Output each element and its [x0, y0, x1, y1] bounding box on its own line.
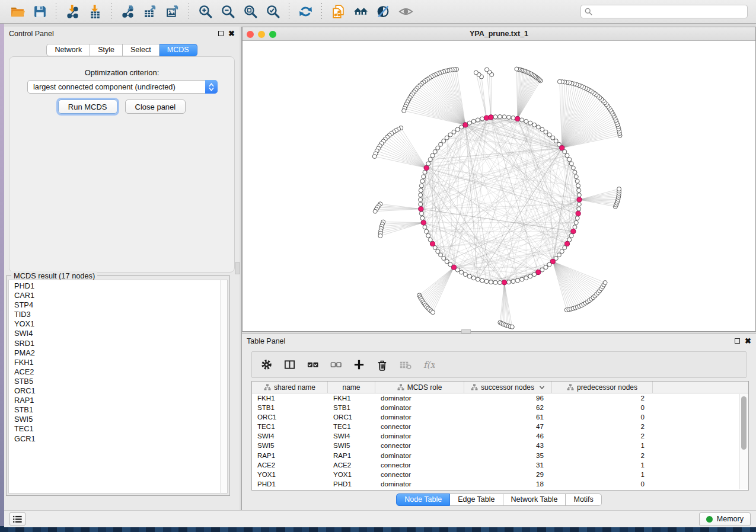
graph-node[interactable]	[498, 115, 502, 119]
graph-node[interactable]	[420, 179, 425, 183]
close-window-icon[interactable]	[247, 31, 254, 38]
mcds-hub-node[interactable]	[484, 116, 489, 120]
graph-node[interactable]	[484, 280, 489, 284]
graph-node[interactable]	[463, 273, 467, 277]
mcds-result-item[interactable]: SRD1	[9, 339, 220, 348]
graph-node[interactable]	[536, 125, 540, 129]
graph-node[interactable]	[430, 153, 435, 158]
add-column-icon[interactable]	[352, 358, 365, 371]
show-details-icon[interactable]	[397, 3, 414, 21]
mcds-result-item[interactable]: RAP1	[9, 396, 220, 405]
graph-node[interactable]	[576, 184, 580, 188]
close-table-panel-icon[interactable]: ✖	[745, 338, 751, 344]
table-scrollbar-thumb[interactable]	[741, 396, 747, 450]
close-panel-button[interactable]: Close panel	[125, 100, 186, 114]
mcds-result-item[interactable]: PHD1	[9, 281, 220, 291]
graph-node[interactable]	[565, 153, 569, 158]
save-icon[interactable]	[31, 3, 49, 21]
mcds-result-item[interactable]: TEC1	[9, 424, 220, 434]
graph-leaf-node[interactable]	[510, 325, 514, 329]
graph-node[interactable]	[567, 158, 572, 162]
mcds-result-item[interactable]: ACE2	[9, 367, 220, 377]
float-panel-icon[interactable]	[218, 31, 224, 36]
graph-node[interactable]	[573, 170, 577, 174]
network-view-titlebar[interactable]: YPA_prune.txt_1	[243, 27, 755, 41]
search-box[interactable]	[580, 5, 748, 18]
import-table-icon[interactable]	[86, 3, 104, 21]
graph-node[interactable]	[471, 276, 476, 280]
mcds-hub-node[interactable]	[576, 211, 580, 216]
graph-node[interactable]	[515, 278, 519, 283]
graph-node[interactable]	[493, 280, 497, 284]
table-row[interactable]: YOX1YOX1connector291	[252, 470, 748, 479]
task-history-button[interactable]	[9, 512, 25, 525]
hide-details-icon[interactable]	[374, 3, 392, 21]
network-canvas[interactable]	[243, 41, 755, 331]
graph-node[interactable]	[560, 249, 564, 254]
tab-select[interactable]: Select	[123, 44, 160, 56]
table-row[interactable]: TEC1TEC1connector472	[252, 422, 748, 431]
graph-node[interactable]	[577, 202, 581, 206]
graph-node[interactable]	[547, 262, 551, 267]
mcds-hub-node[interactable]	[463, 123, 468, 127]
column-header-MCDS-role[interactable]: MCDS role	[375, 382, 464, 393]
mcds-result-item[interactable]: SWI4	[9, 329, 220, 338]
mcds-list-scrollbar[interactable]	[220, 280, 228, 493]
mcds-hub-node[interactable]	[430, 241, 435, 246]
graph-node[interactable]	[502, 115, 506, 119]
graph-node[interactable]	[467, 274, 471, 278]
graph-node[interactable]	[575, 216, 579, 220]
delete-column-icon[interactable]	[375, 358, 388, 371]
mcds-result-item[interactable]: STP4	[9, 300, 220, 310]
mcds-hub-node[interactable]	[577, 197, 582, 202]
mcds-hub-node[interactable]	[489, 115, 493, 120]
graph-node[interactable]	[433, 149, 437, 153]
graph-node[interactable]	[574, 220, 578, 225]
graph-node[interactable]	[476, 118, 480, 122]
graph-leaf-node[interactable]	[484, 68, 489, 72]
graph-node[interactable]	[511, 280, 515, 284]
mcds-result-item[interactable]: TID3	[9, 310, 220, 319]
graph-node[interactable]	[569, 162, 573, 166]
graph-node[interactable]	[544, 130, 548, 134]
graph-node[interactable]	[445, 259, 449, 264]
graph-node[interactable]	[423, 170, 427, 174]
graph-node[interactable]	[419, 202, 423, 206]
graph-node[interactable]	[419, 198, 423, 202]
graph-node[interactable]	[557, 253, 561, 257]
graph-node[interactable]	[471, 119, 476, 123]
memory-button[interactable]: Memory	[699, 512, 751, 526]
minimize-window-icon[interactable]	[258, 31, 265, 38]
graph-node[interactable]	[507, 280, 511, 284]
graph-leaf-node[interactable]	[603, 281, 607, 285]
column-header-successor-nodes[interactable]: successor nodes	[464, 382, 552, 393]
column-header-name[interactable]: name	[328, 382, 375, 393]
import-network-icon[interactable]	[63, 3, 81, 21]
graph-node[interactable]	[480, 278, 484, 283]
zoom-out-icon[interactable]	[219, 3, 237, 21]
graph-leaf-node[interactable]	[372, 155, 377, 159]
first-neighbors-icon[interactable]	[352, 3, 369, 21]
mcds-result-item[interactable]: ORC1	[9, 386, 220, 396]
graph-node[interactable]	[547, 133, 551, 137]
node-table[interactable]: shared namenameMCDS rolesuccessor nodesp…	[251, 381, 749, 491]
graph-node[interactable]	[426, 233, 430, 238]
graph-node[interactable]	[507, 115, 511, 119]
graph-node[interactable]	[528, 121, 532, 125]
mcds-hub-node[interactable]	[571, 229, 576, 233]
mcds-hub-node[interactable]	[421, 220, 426, 225]
table-row[interactable]: SWI4SWI4dominator462	[252, 431, 748, 441]
zoom-in-icon[interactable]	[196, 3, 214, 21]
graph-node[interactable]	[448, 262, 452, 267]
graph-node[interactable]	[419, 188, 423, 193]
mcds-result-item[interactable]: PMA2	[9, 348, 220, 358]
graph-node[interactable]	[476, 277, 480, 281]
graph-node[interactable]	[569, 233, 573, 238]
mcds-hub-node[interactable]	[419, 207, 423, 211]
table-row[interactable]: ACE2ACE2connector311	[252, 460, 748, 470]
mcds-result-item[interactable]: SWI5	[9, 415, 220, 424]
graph-node[interactable]	[575, 179, 579, 183]
graph-node[interactable]	[554, 139, 558, 143]
tab-node-table[interactable]: Node Table	[396, 493, 450, 506]
graph-node[interactable]	[439, 253, 443, 257]
